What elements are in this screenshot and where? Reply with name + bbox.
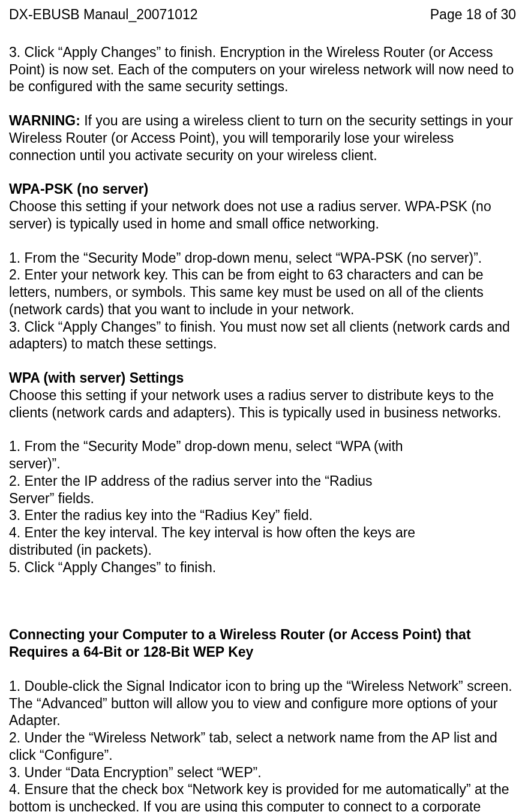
- step-wep-4: 4. Ensure that the check box “Network ke…: [9, 781, 516, 812]
- step-wep-3: 3. Under “Data Encryption” select “WEP”.: [9, 764, 516, 781]
- paragraph-warning: WARNING: If you are using a wireless cli…: [9, 112, 516, 164]
- step-wpa-psk-1: 1. From the “Security Mode” drop-down me…: [9, 249, 516, 267]
- step-wpa-server-2b: Server” fields.: [9, 490, 516, 507]
- document-page: DX-EBUSB Manaul_20071012 Page 18 of 30 3…: [0, 0, 525, 812]
- section-gap: [9, 576, 516, 626]
- paragraph-wpa-server-desc: Choose this setting if your network uses…: [9, 387, 516, 422]
- step-wpa-server-3: 3. Enter the radius key into the “Radius…: [9, 507, 516, 524]
- heading-connect-wep-a: Connecting your Computer to a Wireless R…: [9, 626, 516, 643]
- step-wpa-server-1b: server)”.: [9, 455, 516, 473]
- paragraph-gap: [9, 661, 516, 678]
- warning-text: If you are using a wireless client to tu…: [9, 113, 513, 163]
- step-wep-1: 1. Double-click the Signal Indicator ico…: [9, 678, 516, 729]
- step-wpa-server-2a: 2. Enter the IP address of the radius se…: [9, 473, 516, 490]
- step-wpa-server-5: 5. Click “Apply Changes” to finish.: [9, 559, 516, 576]
- step-wpa-psk-3: 3. Click “Apply Changes” to finish. You …: [9, 318, 516, 353]
- step-wep-2: 2. Under the “Wireless Network” tab, sel…: [9, 729, 516, 764]
- step-wpa-server-4b: distributed (in packets).: [9, 542, 516, 559]
- heading-wpa-psk: WPA-PSK (no server): [9, 181, 516, 198]
- step-wpa-server-4a: 4. Enter the key interval. The key inter…: [9, 524, 516, 542]
- step-wpa-server-1a: 1. From the “Security Mode” drop-down me…: [9, 438, 516, 455]
- page-indicator: Page 18 of 30: [430, 6, 516, 23]
- warning-label: WARNING:: [9, 113, 80, 128]
- doc-title: DX-EBUSB Manaul_20071012: [9, 6, 198, 23]
- heading-wpa-server: WPA (with server) Settings: [9, 369, 516, 387]
- step-wpa-psk-2: 2. Enter your network key. This can be f…: [9, 266, 516, 318]
- page-header: DX-EBUSB Manaul_20071012 Page 18 of 30: [9, 6, 516, 23]
- heading-connect-wep-b: Requires a 64-Bit or 128-Bit WEP Key: [9, 643, 516, 661]
- paragraph-wpa-psk-desc: Choose this setting if your network does…: [9, 198, 516, 233]
- paragraph-step3-apply: 3. Click “Apply Changes” to finish. Encr…: [9, 44, 516, 95]
